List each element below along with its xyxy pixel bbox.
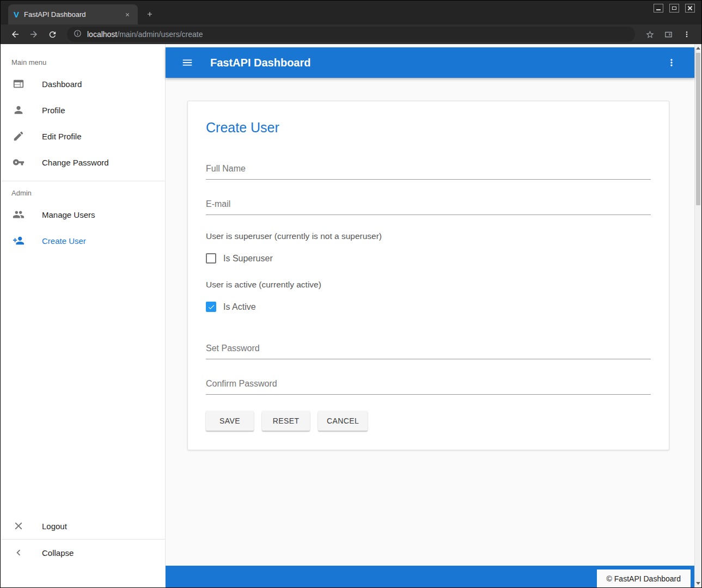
dashboard-icon xyxy=(12,77,25,90)
page-title: Create User xyxy=(206,120,651,136)
browser-menu-icon[interactable] xyxy=(679,27,694,42)
forward-icon[interactable] xyxy=(26,27,41,42)
browser-titlebar: V FastAPI Dashboard xyxy=(1,1,701,24)
maximize-button[interactable] xyxy=(669,4,679,13)
sidebar-section-admin: Admin xyxy=(1,181,165,201)
address-bar[interactable]: localhost/main/admin/users/create xyxy=(67,27,635,42)
browser-tab[interactable]: V FastAPI Dashboard xyxy=(8,4,138,24)
menu-icon[interactable] xyxy=(181,56,194,69)
sidebar-item-change-password[interactable]: Change Password xyxy=(1,149,165,175)
person-icon xyxy=(12,103,25,117)
set-password-field-wrap xyxy=(206,340,651,359)
star-icon[interactable] xyxy=(642,27,657,42)
active-checkbox[interactable] xyxy=(206,302,216,312)
save-button[interactable]: SAVE xyxy=(206,411,254,431)
scroll-down-icon[interactable] xyxy=(695,580,701,587)
sidebar-item-profile[interactable]: Profile xyxy=(1,97,165,123)
browser-toolbar: localhost/main/admin/users/create xyxy=(1,24,701,44)
create-user-card: Create User User is superuser (currently… xyxy=(187,101,669,450)
sidebar-item-edit-profile[interactable]: Edit Profile xyxy=(1,123,165,149)
sidebar: Main menu Dashboard Profile Edit Profile xyxy=(1,44,166,587)
sidebar-item-label: Logout xyxy=(42,522,67,531)
superuser-checkbox-label: Is Superuser xyxy=(223,254,273,264)
reload-icon[interactable] xyxy=(45,27,60,42)
sidebar-item-dashboard[interactable]: Dashboard xyxy=(1,71,165,97)
window-close-button[interactable] xyxy=(685,4,695,13)
content-area: Create User User is superuser (currently… xyxy=(166,78,694,566)
chevron-left-icon xyxy=(12,546,25,559)
checkmark-icon xyxy=(207,303,215,311)
set-password-input[interactable] xyxy=(206,340,651,359)
sidebar-item-label: Change Password xyxy=(42,158,109,167)
sidebar-item-collapse[interactable]: Collapse xyxy=(1,540,165,566)
url-path: /main/admin/users/create xyxy=(117,30,203,39)
people-icon xyxy=(12,208,25,221)
sidebar-item-label: Profile xyxy=(42,106,65,115)
cancel-button[interactable]: CANCEL xyxy=(318,411,368,431)
form-buttons: SAVE RESET CANCEL xyxy=(206,411,651,431)
scroll-up-icon[interactable] xyxy=(695,45,701,52)
dots-vertical-icon[interactable] xyxy=(665,56,678,69)
sidebar-item-label: Create User xyxy=(42,236,86,246)
window-controls xyxy=(654,4,695,13)
new-tab-button[interactable] xyxy=(143,8,156,21)
back-icon[interactable] xyxy=(8,27,23,42)
sidebar-section-main-menu: Main menu xyxy=(1,44,165,71)
superuser-checkbox-row[interactable]: Is Superuser xyxy=(206,253,651,264)
email-field-wrap xyxy=(206,196,651,215)
superuser-checkbox[interactable] xyxy=(206,253,216,264)
sidebar-item-logout[interactable]: Logout xyxy=(1,513,165,539)
full-name-field-wrap xyxy=(206,161,651,180)
reset-button[interactable]: RESET xyxy=(262,411,310,431)
scrollbar-thumb[interactable] xyxy=(696,53,700,205)
browser-window: V FastAPI Dashboard loc xyxy=(0,0,702,588)
main-area: FastAPI Dashboard Create User User is su… xyxy=(166,44,694,587)
footer: © FastAPI Dashboard xyxy=(166,566,694,587)
confirm-password-field-wrap xyxy=(206,376,651,395)
side-panel-icon[interactable] xyxy=(661,27,676,42)
sidebar-item-label: Dashboard xyxy=(42,79,82,89)
person-add-icon xyxy=(12,234,25,247)
page-scrollbar[interactable] xyxy=(694,44,701,587)
sidebar-item-label: Manage Users xyxy=(42,210,95,219)
sidebar-item-label: Collapse xyxy=(42,548,74,558)
sidebar-item-create-user[interactable]: Create User xyxy=(1,228,165,254)
pencil-icon xyxy=(12,130,25,143)
active-hint: User is active (currently active) xyxy=(206,280,651,290)
sidebar-bottom: Logout Collapse xyxy=(1,513,165,566)
confirm-password-input[interactable] xyxy=(206,376,651,395)
footer-copyright: © FastAPI Dashboard xyxy=(597,569,691,587)
superuser-hint: User is superuser (currently is not a su… xyxy=(206,231,651,241)
minimize-button[interactable] xyxy=(654,4,663,13)
app-bar-title: FastAPI Dashboard xyxy=(210,57,310,69)
active-checkbox-row[interactable]: Is Active xyxy=(206,302,651,312)
url-host: localhost xyxy=(87,30,117,39)
active-checkbox-label: Is Active xyxy=(223,302,256,312)
sidebar-item-label: Edit Profile xyxy=(42,132,82,141)
close-icon xyxy=(12,519,25,532)
tab-close-icon[interactable] xyxy=(123,10,132,20)
info-icon[interactable] xyxy=(74,29,82,40)
tab-title: FastAPI Dashboard xyxy=(24,10,123,19)
app-bar: FastAPI Dashboard xyxy=(166,47,694,78)
vuetify-logo-icon: V xyxy=(14,10,19,19)
url-text: localhost/main/admin/users/create xyxy=(87,30,203,39)
page: Main menu Dashboard Profile Edit Profile xyxy=(1,44,701,587)
full-name-input[interactable] xyxy=(206,161,651,180)
sidebar-item-manage-users[interactable]: Manage Users xyxy=(1,201,165,228)
email-input[interactable] xyxy=(206,196,651,215)
key-icon xyxy=(12,156,25,169)
